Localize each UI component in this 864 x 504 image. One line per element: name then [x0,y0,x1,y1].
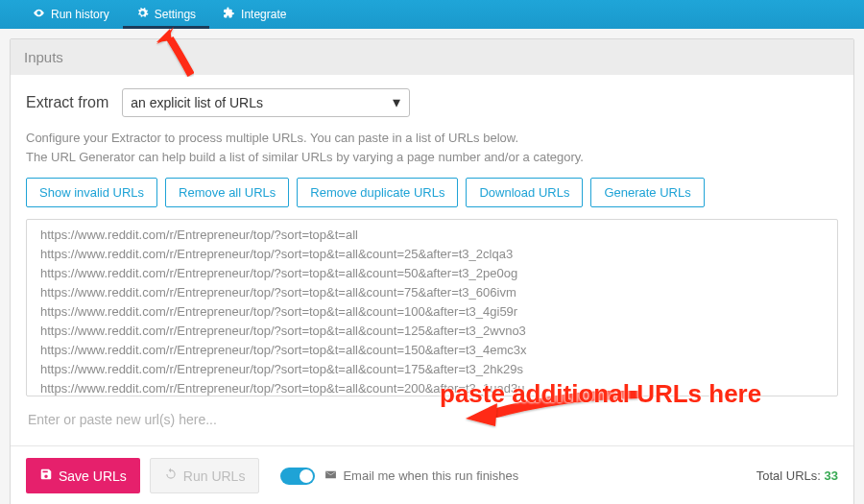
divider [11,445,853,446]
list-item[interactable]: https://www.reddit.com/r/Entrepreneur/to… [27,341,837,360]
email-toggle[interactable] [280,468,315,485]
list-item[interactable]: https://www.reddit.com/r/Entrepreneur/to… [27,379,837,396]
total-urls: Total URLs: 33 [756,468,838,483]
total-count: 33 [825,468,838,483]
panel-title: Inputs [11,39,853,75]
refresh-icon [164,468,178,484]
remove-all-button[interactable]: Remove all URLs [165,178,289,207]
email-label: Email me when this run finishes [324,468,518,484]
list-item[interactable]: https://www.reddit.com/r/Entrepreneur/to… [27,302,837,322]
url-list[interactable]: https://www.reddit.com/r/Entrepreneur/to… [26,219,838,396]
total-label: Total URLs: [756,468,821,483]
new-url-input[interactable] [26,406,838,434]
remove-duplicate-button[interactable]: Remove duplicate URLs [297,178,458,207]
help-line: Configure your Extractor to process mult… [26,129,838,148]
generate-urls-button[interactable]: Generate URLs [590,178,704,207]
email-text: Email me when this run finishes [343,468,518,483]
tab-label: Integrate [241,8,286,21]
gear-icon [136,7,149,22]
help-line: The URL Generator can help build a list … [26,148,838,167]
button-label: Save URLs [59,468,127,484]
url-actions-row: Show invalid URLs Remove all URLs Remove… [26,178,838,207]
tab-label: Settings [155,8,196,21]
tab-settings[interactable]: Settings [123,0,209,29]
help-text: Configure your Extractor to process mult… [26,129,838,166]
envelope-icon [324,468,337,484]
eye-icon [33,7,45,22]
list-item[interactable]: https://www.reddit.com/r/Entrepreneur/to… [27,322,837,341]
extract-from-label: Extract from [26,94,108,111]
tab-label: Run history [51,8,109,21]
extract-from-select[interactable]: an explicit list of URLs [122,88,410,117]
save-urls-button[interactable]: Save URLs [26,458,140,493]
run-urls-button[interactable]: Run URLs [150,458,260,493]
footer-row: Save URLs Run URLs Email me when this ru… [26,458,838,493]
list-item[interactable]: https://www.reddit.com/r/Entrepreneur/to… [27,360,837,379]
topbar: Run history Settings Integrate [0,0,864,29]
list-item[interactable]: https://www.reddit.com/r/Entrepreneur/to… [27,226,837,245]
show-invalid-button[interactable]: Show invalid URLs [26,178,157,207]
list-item[interactable]: https://www.reddit.com/r/Entrepreneur/to… [27,264,837,283]
download-urls-button[interactable]: Download URLs [466,178,583,207]
list-item[interactable]: https://www.reddit.com/r/Entrepreneur/to… [27,283,837,302]
inputs-panel: Inputs Extract from an explicit list of … [10,38,854,504]
save-icon [39,468,53,484]
extract-from-select-wrap: an explicit list of URLs [122,88,410,117]
puzzle-icon [223,7,235,22]
list-item[interactable]: https://www.reddit.com/r/Entrepreneur/to… [27,245,837,264]
tab-integrate[interactable]: Integrate [209,0,300,29]
button-label: Run URLs [183,468,246,484]
tab-run-history[interactable]: Run history [19,0,123,29]
